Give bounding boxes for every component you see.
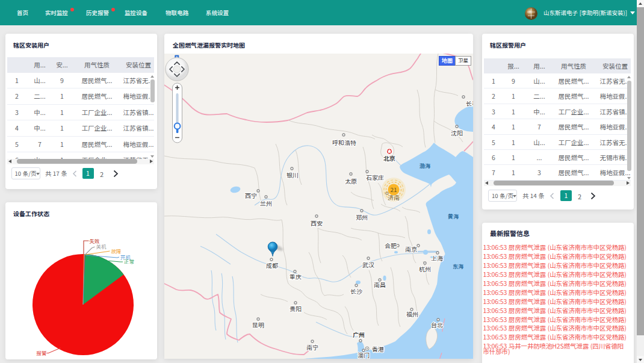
svg-text:长春: 长春: [466, 99, 473, 108]
svg-text:西安: 西安: [311, 219, 323, 228]
svg-text:沈阳: 沈阳: [451, 128, 463, 137]
svg-text:关机: 关机: [96, 243, 107, 250]
svg-text:武汉: 武汉: [362, 260, 374, 269]
svg-text:故障: 故障: [111, 247, 122, 255]
svg-text:广州: 广州: [353, 330, 365, 339]
svg-text:长沙: 长沙: [350, 287, 362, 296]
svg-text:郑州: 郑州: [356, 213, 368, 222]
svg-text:石家庄: 石家庄: [366, 173, 384, 182]
svg-text:福州: 福州: [406, 309, 418, 318]
svg-text:地图: 地图: [441, 57, 453, 64]
svg-text:成都: 成都: [266, 261, 278, 270]
svg-text:银川: 银川: [286, 170, 299, 179]
svg-text:正常: 正常: [124, 258, 134, 265]
svg-text:贵阳: 贵阳: [289, 304, 302, 313]
svg-text:21: 21: [390, 185, 397, 194]
svg-text:合肥: 合肥: [385, 241, 397, 250]
svg-text:南昌: 南昌: [374, 280, 386, 289]
svg-text:昆明: 昆明: [252, 320, 264, 329]
svg-text:南宁: 南宁: [306, 343, 318, 352]
svg-text:香港: 香港: [372, 344, 384, 353]
svg-text:报警: 报警: [37, 349, 48, 356]
svg-text:东海: 东海: [453, 262, 463, 270]
svg-text:兰州: 兰州: [260, 199, 272, 208]
svg-text:北京: 北京: [383, 154, 395, 163]
svg-text:卫星: 卫星: [457, 57, 468, 64]
svg-text:上海: 上海: [431, 253, 443, 262]
svg-text:太原: 太原: [345, 176, 357, 185]
svg-text:呼和浩特: 呼和浩特: [332, 138, 356, 147]
svg-text:西宁: 西宁: [245, 191, 257, 200]
svg-text:黄海: 黄海: [448, 213, 459, 220]
svg-text:南京: 南京: [405, 244, 417, 253]
svg-text:渤海: 渤海: [420, 162, 430, 170]
svg-text:台北: 台北: [431, 320, 443, 329]
svg-text:杭州: 杭州: [419, 264, 431, 273]
svg-text:重庆: 重庆: [289, 272, 302, 281]
svg-text:澳门: 澳门: [358, 350, 370, 359]
